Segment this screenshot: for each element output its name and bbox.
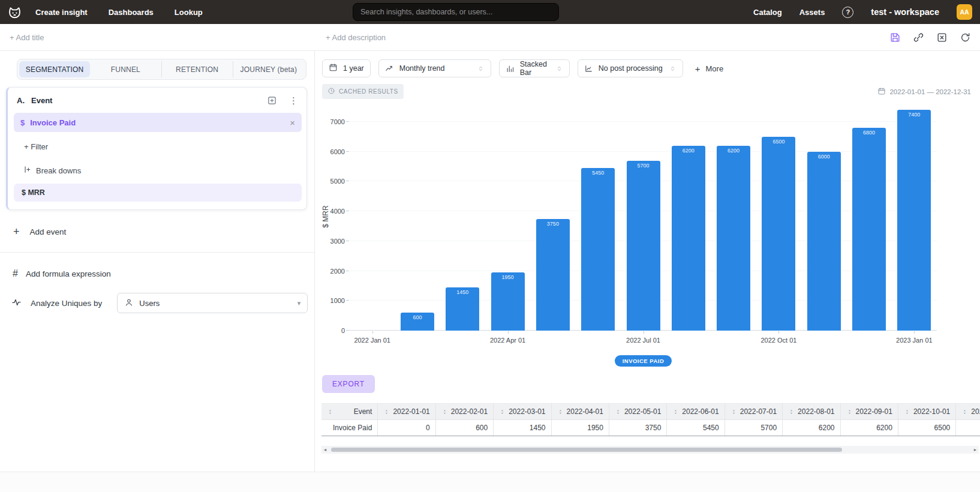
add-event-button[interactable]: + Add event <box>13 226 314 237</box>
bar-2022-08-01[interactable]: 6200 <box>672 146 705 331</box>
bar-value-label: 5450 <box>581 170 615 176</box>
sort-icon[interactable] <box>788 409 795 415</box>
toolbar-selects: Monthly trendStacked BarNo post processi… <box>378 59 683 77</box>
trend-icon <box>385 64 394 73</box>
insight-title-bar: + Add title + Add description <box>0 24 980 51</box>
chart-type-select[interactable]: Stacked Bar <box>499 59 570 77</box>
bar-2022-10-01[interactable]: 6500 <box>762 137 795 331</box>
sort-icon[interactable] <box>904 409 910 415</box>
sort-icon[interactable] <box>846 409 853 415</box>
tab-segmentation[interactable]: SEGMENTATION <box>19 61 90 77</box>
tab-retention[interactable]: RETENTION <box>161 61 233 77</box>
column-header-2022-04-01[interactable]: 2022-04-01 <box>551 404 609 420</box>
nav-item-assets[interactable]: Assets <box>799 8 825 17</box>
bar-value-label: 6800 <box>852 130 886 136</box>
scrollbar-thumb[interactable] <box>331 448 842 452</box>
column-header-2022-10-01[interactable]: 2022-10-01 <box>898 404 955 420</box>
sort-icon[interactable] <box>383 409 390 415</box>
trend-select[interactable]: Monthly trend <box>378 59 491 77</box>
plus-icon: + <box>13 226 20 237</box>
add-formula-button[interactable]: # Add formula expression <box>13 269 314 278</box>
bar-2022-12-01[interactable]: 6800 <box>852 128 886 331</box>
y-tick-label: 5000 <box>318 178 345 185</box>
bar-2022-03-01[interactable]: 1450 <box>446 287 479 331</box>
clock-icon <box>327 87 335 95</box>
add-filter-button[interactable]: + Filter <box>8 132 306 151</box>
column-header-2022-01-01[interactable]: 2022-01-01 <box>378 404 435 420</box>
remove-event-icon[interactable]: × <box>290 118 295 128</box>
bar-2022-07-01[interactable]: 5700 <box>627 161 660 331</box>
sort-icon[interactable] <box>557 409 564 415</box>
more-label: More <box>706 64 724 73</box>
cat-logo-icon[interactable] <box>7 4 23 20</box>
column-header-2022-11-01[interactable]: 2022-11-01 <box>956 404 980 420</box>
workspace-name[interactable]: test - workspace <box>871 7 939 17</box>
bar-value-label: 1950 <box>491 274 525 280</box>
column-header-2022-03-01[interactable]: 2022-03-01 <box>494 404 551 420</box>
nav-item-catalog[interactable]: Catalog <box>753 8 782 17</box>
more-button[interactable]: + More <box>695 64 723 73</box>
avatar[interactable]: AA <box>957 4 972 20</box>
bar-2022-09-01[interactable]: 6200 <box>717 146 750 331</box>
bar-value-label: 1450 <box>446 289 479 295</box>
bar-2022-05-01[interactable]: 3750 <box>536 219 570 331</box>
add-description-button[interactable]: + Add description <box>326 33 386 42</box>
event-card-title: Event <box>31 96 52 105</box>
bar-value-label: 600 <box>401 314 434 320</box>
export-button[interactable]: EXPORT <box>322 375 375 393</box>
sort-icon <box>615 409 621 415</box>
bar-2022-04-01[interactable]: 1950 <box>491 272 525 331</box>
column-header-2022-02-01[interactable]: 2022-02-01 <box>435 404 493 420</box>
copy-link-button[interactable] <box>913 32 924 43</box>
legend-item-invoice-paid[interactable]: INVOICE PAID <box>615 355 672 367</box>
nav-item-lookup[interactable]: Lookup <box>175 8 203 17</box>
date-range-button[interactable]: 1 year <box>322 59 371 77</box>
nav-item-dashboards[interactable]: Dashboards <box>109 8 154 17</box>
search-box[interactable] <box>353 3 559 21</box>
sort-icon[interactable] <box>499 409 506 415</box>
save-button[interactable] <box>889 32 901 43</box>
breakdown-value-row[interactable]: $ MRR <box>14 184 302 202</box>
search-input[interactable] <box>360 8 551 16</box>
y-tick-label: 6000 <box>318 148 345 155</box>
bar-2022-11-01[interactable]: 6000 <box>807 152 841 331</box>
column-header-2022-05-01[interactable]: 2022-05-01 <box>609 404 666 420</box>
value-cell-2022-05-01: 3750 <box>609 420 666 436</box>
scroll-left-icon[interactable]: ◄ <box>321 448 329 452</box>
sort-icon[interactable] <box>327 409 333 415</box>
breakdowns-button[interactable]: Break downs <box>8 151 306 176</box>
nav-item-create-insight[interactable]: Create insight <box>35 8 88 17</box>
person-icon <box>124 298 134 309</box>
column-header-2022-09-01[interactable]: 2022-09-01 <box>840 404 898 420</box>
post-processing-select[interactable]: No post processing <box>578 59 683 77</box>
column-header-2022-07-01[interactable]: 2022-07-01 <box>725 404 782 420</box>
bar-2022-06-01[interactable]: 5450 <box>581 168 615 331</box>
bar-2023-01-01[interactable]: 7400 <box>897 110 931 331</box>
tab-funnel[interactable]: FUNNEL <box>90 61 161 77</box>
tab-journey-beta[interactable]: JOURNEY (beta) <box>233 61 304 77</box>
scroll-right-icon[interactable]: ► <box>972 448 979 452</box>
sort-icon[interactable] <box>615 409 621 415</box>
sort-icon[interactable] <box>441 409 448 415</box>
card-menu-icon[interactable]: ⋮ <box>289 96 298 105</box>
analyze-uniques-select[interactable]: Users ▾ <box>117 293 308 313</box>
column-header-2022-06-01[interactable]: 2022-06-01 <box>667 404 725 420</box>
selected-event-row[interactable]: $ Invoice Paid × <box>14 113 302 132</box>
clear-button[interactable] <box>936 32 948 43</box>
sort-icon[interactable] <box>731 409 737 415</box>
event-card-header: A. Event ⋮ <box>8 88 306 112</box>
column-header-2022-08-01[interactable]: 2022-08-01 <box>783 404 840 420</box>
add-event-label: Add event <box>30 227 67 236</box>
hash-icon: # <box>13 269 18 278</box>
horizontal-scrollbar[interactable]: ◄ ► <box>321 446 979 454</box>
add-title-button[interactable]: + Add title <box>10 33 44 42</box>
date-range-display[interactable]: 2022-01-01 — 2022-12-31 <box>877 87 971 97</box>
sort-icon[interactable] <box>672 409 679 415</box>
help-icon[interactable]: ? <box>842 7 853 18</box>
refresh-button[interactable] <box>960 32 971 43</box>
column-header-event[interactable]: Event <box>321 404 378 420</box>
add-to-card-button[interactable] <box>267 95 277 106</box>
sort-icon[interactable] <box>961 409 968 415</box>
y-axis-title: $ MRR <box>321 199 330 235</box>
bar-2022-02-01[interactable]: 600 <box>401 313 434 331</box>
